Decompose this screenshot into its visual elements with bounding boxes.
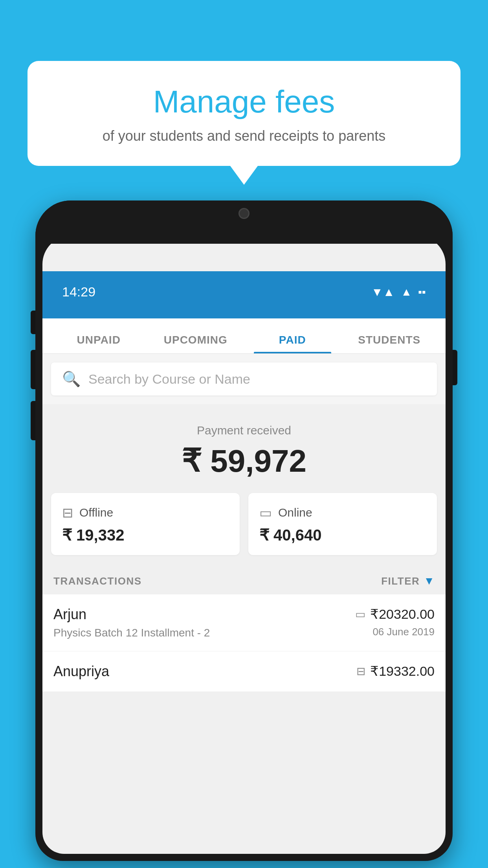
- cards-row: ⊟ Offline ₹ 19,332 ▭ Online ₹ 40,640: [42, 493, 446, 566]
- transaction-amount-row: ▭ ₹20320.00: [355, 606, 435, 622]
- offline-amount: ₹ 19,332: [62, 526, 229, 544]
- transaction-name: Arjun: [53, 606, 210, 623]
- tabs-bar: UNPAID UPCOMING PAID STUDENTS: [42, 318, 446, 354]
- front-camera: [238, 208, 250, 219]
- transaction-amount: ₹20320.00: [370, 606, 435, 622]
- tab-paid[interactable]: PAID: [244, 334, 341, 353]
- phone-wrapper: 14:29 ▼▲ ▲ ▪▪ ← Payments ⚙ + UNPAID: [35, 200, 453, 868]
- online-icon: ▭: [259, 505, 272, 520]
- notch-area: [35, 200, 453, 244]
- offline-card-header: ⊟ Offline: [62, 505, 229, 520]
- transactions-label: TRANSACTIONS: [53, 575, 142, 587]
- transaction-course: Physics Batch 12 Installment - 2: [53, 627, 210, 639]
- volume-up-button: [31, 350, 35, 389]
- battery-icon: ▪▪: [418, 286, 426, 298]
- volume-down-button: [31, 401, 35, 440]
- offline-payment-icon: ⊟: [356, 665, 365, 678]
- tab-unpaid[interactable]: UNPAID: [50, 334, 147, 353]
- search-icon: 🔍: [62, 370, 81, 388]
- mute-button: [31, 311, 35, 334]
- transaction-right-2: ⊟ ₹19332.00: [356, 663, 435, 679]
- transactions-list: Arjun Physics Batch 12 Installment - 2 ▭…: [42, 594, 446, 692]
- online-card: ▭ Online ₹ 40,640: [248, 493, 437, 555]
- transaction-row[interactable]: Arjun Physics Batch 12 Installment - 2 ▭…: [42, 594, 446, 651]
- search-box[interactable]: 🔍 Search by Course or Name: [51, 362, 437, 395]
- bubble-title: Manage fees: [55, 85, 433, 119]
- phone-shell: 14:29 ▼▲ ▲ ▪▪ ← Payments ⚙ + UNPAID: [35, 200, 453, 861]
- filter-label: FILTER: [381, 575, 420, 587]
- power-button: [453, 350, 457, 385]
- transaction-row[interactable]: Anupriya ⊟ ₹19332.00: [42, 651, 446, 692]
- speech-bubble-container: Manage fees of your students and send re…: [28, 61, 460, 166]
- notch: [205, 200, 283, 226]
- offline-label: Offline: [79, 506, 113, 519]
- transaction-right: ▭ ₹20320.00 06 June 2019: [355, 606, 435, 638]
- payment-received-label: Payment received: [54, 424, 434, 437]
- status-icons: ▼▲ ▲ ▪▪: [371, 285, 426, 299]
- payment-amount: ₹ 59,972: [54, 443, 434, 479]
- app-screen: 14:29 ▼▲ ▲ ▪▪ ← Payments ⚙ + UNPAID: [42, 236, 446, 854]
- filter-icon: ▼: [424, 575, 435, 587]
- transaction-left: Arjun Physics Batch 12 Installment - 2: [53, 606, 210, 639]
- speech-bubble: Manage fees of your students and send re…: [28, 61, 460, 166]
- signal-icon: ▲: [401, 286, 412, 298]
- online-card-header: ▭ Online: [259, 505, 426, 520]
- online-payment-icon: ▭: [355, 608, 365, 621]
- transaction-name-2: Anupriya: [53, 663, 109, 680]
- offline-card: ⊟ Offline ₹ 19,332: [51, 493, 240, 555]
- status-bar: 14:29 ▼▲ ▲ ▪▪: [42, 271, 446, 313]
- online-amount: ₹ 40,640: [259, 526, 426, 544]
- transaction-amount-row-2: ⊟ ₹19332.00: [356, 663, 435, 679]
- tab-upcoming[interactable]: UPCOMING: [147, 334, 244, 353]
- offline-icon: ⊟: [62, 505, 73, 520]
- payment-received-section: Payment received ₹ 59,972: [42, 404, 446, 493]
- filter-button[interactable]: FILTER ▼: [381, 575, 435, 587]
- tab-students[interactable]: STUDENTS: [341, 334, 438, 353]
- wifi-icon: ▼▲: [371, 285, 394, 299]
- online-label: Online: [278, 506, 312, 519]
- transaction-amount-2: ₹19332.00: [370, 663, 435, 679]
- status-time: 14:29: [62, 284, 95, 300]
- bubble-subtitle: of your students and send receipts to pa…: [55, 128, 433, 144]
- transaction-left-2: Anupriya: [53, 663, 109, 680]
- search-input[interactable]: Search by Course or Name: [88, 371, 250, 387]
- search-container: 🔍 Search by Course or Name: [42, 354, 446, 404]
- transaction-date: 06 June 2019: [372, 626, 435, 638]
- transactions-header: TRANSACTIONS FILTER ▼: [42, 566, 446, 594]
